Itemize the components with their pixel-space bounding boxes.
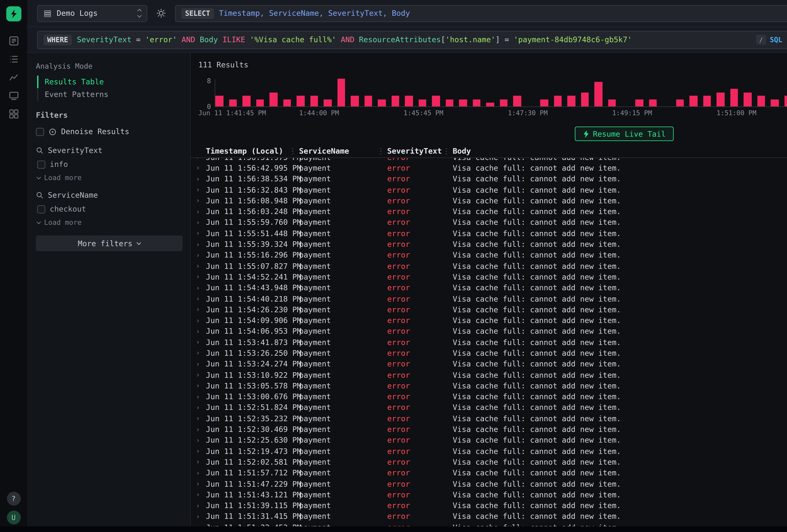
histogram-bar[interactable]	[270, 92, 277, 106]
histogram-bar[interactable]	[337, 79, 345, 106]
histogram-bar[interactable]	[757, 96, 765, 106]
row-expand-icon[interactable]: ›	[194, 512, 206, 521]
row-expand-icon[interactable]: ›	[194, 208, 206, 216]
column-resize-icon[interactable]: ⋮	[377, 146, 385, 155]
terminal-nav-icon[interactable]	[8, 90, 19, 101]
histogram-bar[interactable]	[608, 100, 616, 106]
histogram-bar[interactable]	[486, 103, 494, 106]
denoise-checkbox[interactable]	[36, 127, 44, 136]
histogram-bar[interactable]	[540, 100, 548, 106]
log-row[interactable]: ›Jun 11 1:53:10.922 PMpaymenterrorVisa c…	[191, 369, 787, 380]
filter-option-checkbox-checkout[interactable]	[37, 205, 45, 213]
histogram-bar[interactable]	[324, 100, 332, 106]
log-row[interactable]: ›Jun 11 1:56:51.975 PMpaymenterrorVisa c…	[191, 158, 787, 163]
column-resize-icon[interactable]: ⋮	[443, 146, 450, 155]
select-query-input[interactable]: SELECT Timestamp, ServiceName, SeverityT…	[175, 5, 787, 22]
row-expand-icon[interactable]: ›	[194, 360, 206, 368]
resume-live-tail-button[interactable]: Resume Live Tail	[575, 127, 674, 141]
mode-event-patterns[interactable]: Event Patterns	[38, 88, 183, 101]
row-expand-icon[interactable]: ›	[194, 186, 206, 194]
histogram-bar[interactable]	[568, 96, 575, 106]
histogram-bar[interactable]	[446, 100, 453, 106]
histogram-bar[interactable]	[717, 92, 724, 106]
row-expand-icon[interactable]: ›	[194, 305, 206, 314]
row-expand-icon[interactable]: ›	[194, 371, 206, 379]
log-row[interactable]: ›Jun 11 1:52:02.581 PMpaymenterrorVisa c…	[191, 456, 787, 467]
row-expand-icon[interactable]: ›	[194, 251, 206, 259]
histogram-bar[interactable]	[229, 100, 237, 106]
row-expand-icon[interactable]: ›	[194, 425, 206, 433]
log-row[interactable]: ›Jun 11 1:56:32.843 PMpaymenterrorVisa c…	[191, 185, 787, 195]
row-expand-icon[interactable]: ›	[194, 338, 206, 346]
row-expand-icon[interactable]: ›	[194, 523, 206, 526]
histogram-bar[interactable]	[581, 92, 589, 106]
log-row[interactable]: ›Jun 11 1:52:25.630 PMpaymenterrorVisa c…	[191, 435, 787, 446]
histogram-bar[interactable]	[513, 96, 521, 106]
log-row[interactable]: ›Jun 11 1:52:51.824 PMpaymenterrorVisa c…	[191, 402, 787, 413]
histogram-bar[interactable]	[419, 100, 426, 106]
histogram-bar[interactable]	[500, 100, 508, 106]
histogram-bar[interactable]	[703, 96, 711, 106]
row-expand-icon[interactable]: ›	[194, 458, 206, 466]
row-expand-icon[interactable]: ›	[194, 436, 206, 444]
load-more-button[interactable]: Load more	[37, 174, 183, 182]
histogram-bar[interactable]	[744, 92, 751, 106]
log-row[interactable]: ›Jun 11 1:51:43.121 PMpaymenterrorVisa c…	[191, 489, 787, 500]
histogram-bar[interactable]	[635, 100, 643, 106]
histogram-bar[interactable]	[784, 96, 787, 106]
log-row[interactable]: ›Jun 11 1:54:40.218 PMpaymenterrorVisa c…	[191, 293, 787, 304]
log-row[interactable]: ›Jun 11 1:53:24.274 PMpaymenterrorVisa c…	[191, 359, 787, 369]
histogram-bar[interactable]	[405, 96, 413, 106]
log-row[interactable]: ›Jun 11 1:54:26.230 PMpaymenterrorVisa c…	[191, 304, 787, 315]
histogram-bar[interactable]	[310, 96, 318, 106]
histogram-bar[interactable]	[364, 96, 372, 106]
log-row[interactable]: ›Jun 11 1:54:43.948 PMpaymenterrorVisa c…	[191, 282, 787, 293]
log-row[interactable]: ›Jun 11 1:53:00.676 PMpaymenterrorVisa c…	[191, 391, 787, 402]
row-expand-icon[interactable]: ›	[194, 502, 206, 510]
histogram-bar[interactable]	[297, 96, 304, 106]
row-expand-icon[interactable]: ›	[194, 164, 206, 172]
log-row[interactable]: ›Jun 11 1:52:19.473 PMpaymenterrorVisa c…	[191, 446, 787, 456]
histogram-bar[interactable]	[351, 96, 359, 106]
row-expand-icon[interactable]: ›	[194, 158, 206, 161]
filter-group-severitytext[interactable]: SeverityText	[48, 146, 103, 155]
log-row[interactable]: ›Jun 11 1:54:06.953 PMpaymenterrorVisa c…	[191, 326, 787, 337]
row-expand-icon[interactable]: ›	[194, 284, 206, 292]
histogram-bar[interactable]	[595, 82, 602, 106]
log-row[interactable]: ›Jun 11 1:55:16.296 PMpaymenterrorVisa c…	[191, 250, 787, 261]
histogram-bar[interactable]	[649, 100, 657, 106]
filter-option-checkbox-info[interactable]	[37, 160, 45, 168]
col-servicename[interactable]: ServiceName ⋮	[299, 146, 387, 155]
row-expand-icon[interactable]: ›	[194, 218, 206, 227]
row-expand-icon[interactable]: ›	[194, 480, 206, 488]
row-expand-icon[interactable]: ›	[194, 197, 206, 205]
col-timestamp[interactable]: Timestamp (Local) ⋮	[206, 146, 299, 155]
histogram-bar[interactable]	[676, 100, 684, 106]
histogram-bar[interactable]	[689, 96, 697, 106]
row-expand-icon[interactable]: ›	[194, 414, 206, 423]
histogram-bar[interactable]	[771, 100, 779, 106]
where-input[interactable]: WHERE SeverityText = 'error' AND Body IL…	[37, 30, 787, 49]
histogram-bar[interactable]	[256, 100, 264, 106]
filter-group-servicename[interactable]: ServiceName	[48, 191, 98, 199]
log-row[interactable]: ›Jun 11 1:56:08.948 PMpaymenterrorVisa c…	[191, 195, 787, 206]
row-expand-icon[interactable]: ›	[194, 469, 206, 477]
mode-results-table[interactable]: Results Table	[37, 76, 183, 88]
log-row[interactable]: ›Jun 11 1:52:30.469 PMpaymenterrorVisa c…	[191, 424, 787, 435]
col-severitytext[interactable]: SeverityText ⋮	[387, 146, 453, 155]
log-row[interactable]: ›Jun 11 1:53:05.578 PMpaymenterrorVisa c…	[191, 380, 787, 391]
load-more-button[interactable]: Load more	[37, 218, 183, 227]
log-row[interactable]: ›Jun 11 1:51:31.415 PMpaymenterrorVisa c…	[191, 511, 787, 522]
row-expand-icon[interactable]: ›	[194, 240, 206, 248]
list-nav-icon[interactable]	[8, 54, 19, 65]
more-filters-button[interactable]: More filters	[36, 235, 183, 251]
log-row[interactable]: ›Jun 11 1:52:35.232 PMpaymenterrorVisa c…	[191, 413, 787, 424]
row-expand-icon[interactable]: ›	[194, 447, 206, 455]
row-expand-icon[interactable]: ›	[194, 316, 206, 324]
log-row[interactable]: ›Jun 11 1:51:47.229 PMpaymenterrorVisa c…	[191, 478, 787, 489]
histogram-bar[interactable]	[378, 100, 386, 106]
search-logs-nav-icon[interactable]	[8, 35, 19, 47]
histogram-bar[interactable]	[730, 89, 738, 106]
log-row[interactable]: ›Jun 11 1:54:52.241 PMpaymenterrorVisa c…	[191, 272, 787, 282]
histogram-bar[interactable]	[283, 100, 291, 106]
